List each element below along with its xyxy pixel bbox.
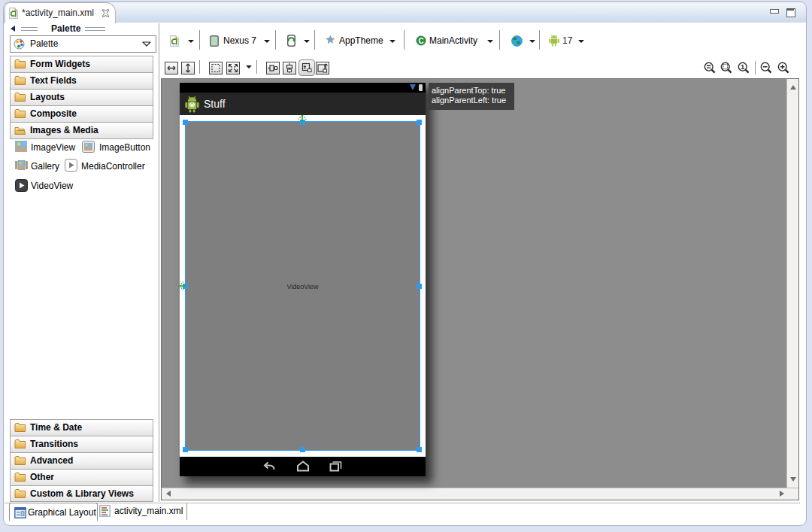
svg-text:C: C <box>418 37 423 45</box>
svg-text:1: 1 <box>741 62 745 71</box>
